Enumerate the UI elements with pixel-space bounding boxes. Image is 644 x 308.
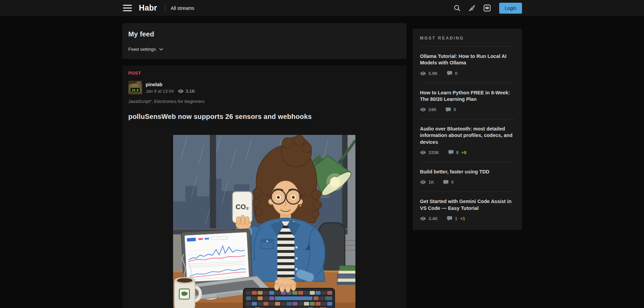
most-reading-item: Build better, faster using TDD 1K 0	[420, 162, 515, 192]
new-comments-count: +1	[460, 216, 465, 221]
views-eye-icon	[420, 216, 426, 221]
sidebar: MOST READING Ollama Tutorial: How to Run…	[413, 23, 522, 230]
post-views: 3.1K	[178, 89, 195, 94]
most-reading-item: Audio over Bluetooth: most detailed info…	[420, 119, 515, 162]
article-stats: 3.4K 1 +1	[420, 216, 515, 221]
navbar-inner: Habr All streams Login	[122, 0, 522, 16]
article-views: 5.9K	[420, 71, 438, 76]
article-stats: 1K 0	[420, 180, 515, 185]
article-comments[interactable]: 1 +1	[447, 216, 465, 221]
article-link[interactable]: Audio over Bluetooth: most detailed info…	[420, 126, 515, 145]
feed-settings-toggle[interactable]: Feed settings	[128, 47, 163, 52]
article-link[interactable]: Ollama Tutorial: How to Run Local AI Mod…	[420, 53, 515, 66]
article-link[interactable]: Get Started with Gemini Code Assist in V…	[420, 198, 515, 212]
post-timestamp: Jan 9 at 13:04	[146, 89, 174, 94]
habr-logo[interactable]: Habr	[139, 3, 157, 13]
views-count: 333K	[429, 150, 439, 155]
views-count: 1K	[429, 180, 434, 185]
comment-icon	[443, 180, 448, 185]
meta-lines: pinelab Jan 9 at 13:04 3.1K	[146, 82, 195, 94]
comment-icon	[446, 107, 451, 112]
feed-header-card: My feed Feed settings	[122, 23, 407, 59]
author-name[interactable]: pinelab	[146, 82, 195, 87]
article-views: 1K	[420, 180, 434, 185]
feed-settings-label: Feed settings	[128, 47, 156, 52]
post-image-wrap: CO₂	[128, 135, 400, 308]
most-reading-item: Get Started with Gemini Code Assist in V…	[420, 192, 515, 228]
svg-text:24.9: 24.9	[132, 89, 138, 92]
books-stack	[337, 266, 355, 285]
navbar-icons	[454, 4, 491, 12]
co2-label: CO₂	[236, 203, 249, 211]
avatar-image: 24.9	[128, 81, 142, 94]
post-type-badge[interactable]: POST	[128, 71, 400, 76]
article-views: 333K	[420, 150, 439, 155]
comment-icon	[448, 150, 454, 155]
post-hubs[interactable]: JavaScript*, Electronics for beginners	[128, 99, 400, 104]
post-cover-illustration: CO₂	[173, 135, 355, 308]
comments-count: 8	[456, 150, 459, 155]
author-avatar[interactable]: 24.9	[128, 81, 142, 94]
search-icon[interactable]	[454, 4, 461, 12]
article-stats: 24K 0	[420, 107, 515, 112]
article-comments[interactable]: 0	[446, 107, 456, 112]
views-eye-icon	[420, 71, 426, 76]
article-comments[interactable]: 8 +8	[448, 150, 466, 155]
article-comments[interactable]: 0	[443, 180, 454, 185]
article-comments[interactable]: 0	[447, 71, 457, 76]
login-button[interactable]: Login	[499, 3, 522, 14]
hamburger-menu-icon[interactable]	[123, 5, 132, 11]
article-link[interactable]: How to Learn Python FREE in 8-Week: The …	[420, 90, 515, 103]
comments-count: 0	[451, 180, 454, 185]
comment-icon	[447, 71, 452, 76]
views-eye-icon	[420, 180, 426, 184]
habr-page: Habr All streams Login My feed Feed sett…	[0, 0, 644, 308]
article-views: 24K	[420, 107, 437, 112]
meta-row: Jan 9 at 13:04 3.1K	[146, 89, 195, 94]
content-area: My feed Feed settings POST	[122, 23, 522, 308]
most-reading-title: MOST READING	[420, 36, 515, 41]
article-stats: 333K 8 +8	[420, 150, 515, 155]
views-eye-icon	[178, 89, 184, 93]
comments-count: 0	[455, 71, 457, 76]
comments-count: 1	[455, 216, 457, 221]
new-comments-count: +8	[461, 150, 466, 155]
article-link[interactable]: Build better, faster using TDD	[420, 169, 515, 175]
views-count: 3.1K	[186, 89, 195, 94]
views-eye-icon	[420, 107, 426, 112]
views-count: 3.4K	[429, 216, 438, 221]
article-views: 3.4K	[420, 216, 438, 221]
stream-selector[interactable]: All streams	[171, 5, 194, 11]
most-reading-card: MOST READING Ollama Tutorial: How to Run…	[413, 29, 522, 230]
comments-count: 0	[454, 107, 456, 112]
post-meta: 24.9 pinelab Jan 9 at 13:04 3.1K	[128, 81, 400, 94]
post-card: POST 24.9	[122, 65, 407, 308]
comment-icon	[447, 216, 452, 221]
most-reading-item: Ollama Tutorial: How to Run Local AI Mod…	[420, 47, 515, 83]
article-stats: 5.9K 0	[420, 71, 515, 76]
write-post-pen-icon[interactable]	[469, 4, 476, 12]
page-title: My feed	[128, 30, 400, 38]
views-count: 24K	[429, 107, 437, 112]
views-count: 5.9K	[429, 71, 438, 76]
main-column: My feed Feed settings POST	[122, 23, 407, 308]
most-reading-item: How to Learn Python FREE in 8-Week: The …	[420, 83, 515, 120]
views-eye-icon	[420, 150, 426, 155]
chevron-down-icon	[159, 48, 163, 51]
top-navbar: Habr All streams Login	[0, 0, 644, 16]
navbar-divider	[165, 4, 165, 12]
post-title[interactable]: polluSensWeb now supports 26 sensors and…	[128, 113, 400, 121]
reader-mode-eye-icon[interactable]	[484, 4, 491, 12]
